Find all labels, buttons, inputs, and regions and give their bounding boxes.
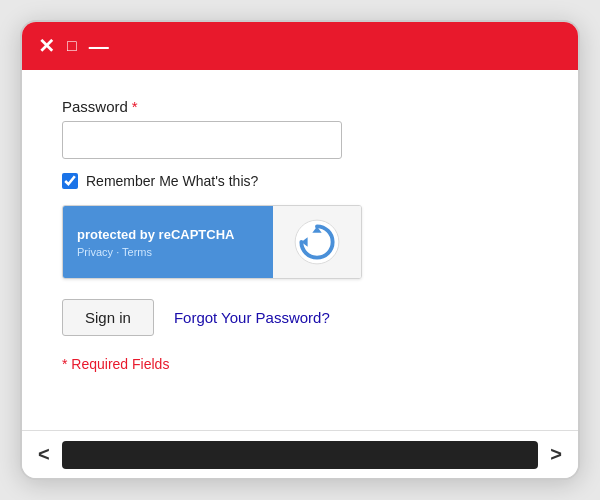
recaptcha-links: Privacy · Terms (77, 246, 259, 258)
remember-me-checkbox[interactable] (62, 173, 78, 189)
recaptcha-privacy-link[interactable]: Privacy (77, 246, 113, 258)
remember-me-row: Remember Me What's this? (62, 173, 538, 189)
close-button[interactable]: ✕ (38, 36, 55, 56)
sign-in-button[interactable]: Sign in (62, 299, 154, 336)
minimize-button[interactable]: — (89, 36, 109, 56)
content-area: Password * Remember Me What's this? prot… (22, 70, 578, 430)
forward-button[interactable]: > (550, 443, 562, 466)
required-fields-text: * Required Fields (62, 356, 538, 372)
back-button[interactable]: < (38, 443, 50, 466)
remember-me-label: Remember Me What's this? (86, 173, 258, 189)
title-bar: ✕ □ — (22, 22, 578, 70)
password-label: Password * (62, 98, 538, 115)
recaptcha-protected-text: protected by reCAPTCHA (77, 227, 259, 242)
browser-window: ✕ □ — Password * Remember Me What's this… (20, 20, 580, 480)
recaptcha-terms-link[interactable]: Terms (122, 246, 152, 258)
recaptcha-left: protected by reCAPTCHA Privacy · Terms (63, 206, 273, 278)
actions-row: Sign in Forgot Your Password? (62, 299, 538, 336)
recaptcha-widget[interactable]: protected by reCAPTCHA Privacy · Terms (62, 205, 362, 279)
recaptcha-logo-icon (292, 217, 342, 267)
password-input[interactable] (62, 121, 342, 159)
bottom-bar: < > (22, 430, 578, 478)
forgot-password-link[interactable]: Forgot Your Password? (174, 309, 330, 326)
recaptcha-right (273, 206, 361, 278)
required-star: * (132, 98, 138, 115)
maximize-button[interactable]: □ (67, 38, 77, 54)
address-bar[interactable] (62, 441, 539, 469)
password-group: Password * (62, 98, 538, 159)
